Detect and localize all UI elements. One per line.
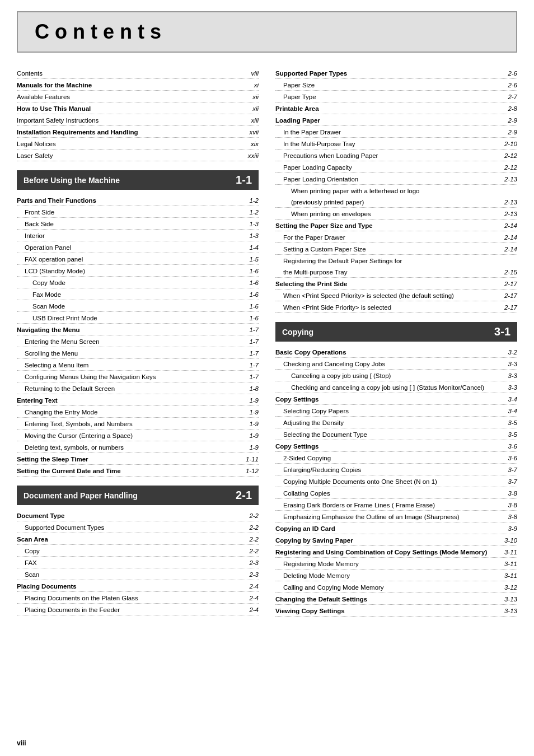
toc-title: Paper Size [275, 82, 508, 88]
toc-title: Printable Area [275, 105, 508, 112]
toc-entry: How to Use This Manualxii [17, 104, 259, 114]
toc-entry: Setting a Custom Paper Size2-14 [275, 244, 517, 255]
toc-title: Registering the Default Paper Settings f… [275, 258, 517, 264]
toc-title: Copying Multiple Documents onto One Shee… [275, 478, 508, 485]
toc-entry: Copy Settings3-4 [275, 394, 517, 405]
toc-title: Interior [17, 232, 249, 239]
toc-title: Selecting the Print Side [275, 281, 504, 287]
toc-title: LCD (Standby Mode) [17, 268, 249, 274]
toc-title: When <Print Side Priority> is selected [275, 304, 504, 311]
toc-title: Viewing Copy Settings [275, 608, 504, 614]
toc-page: 2-13 [504, 211, 517, 217]
toc-page: 1-6 [249, 303, 259, 310]
toc-page: 2-13 [504, 176, 517, 183]
toc-entry: Copying an ID Card3-9 [275, 524, 517, 534]
toc-page: xvii [249, 129, 259, 136]
section-title: Copying [282, 328, 313, 337]
toc-entry: Paper Size2-6 [275, 80, 517, 91]
toc-page: xii [252, 94, 259, 100]
toc-page: 3-13 [504, 608, 517, 614]
toc-page: 1-9 [249, 397, 259, 404]
toc-entry: Setting the Sleep Timer1-11 [17, 454, 259, 465]
toc-page: 2-14 [504, 222, 517, 229]
toc-title: Entering Text [17, 397, 249, 404]
toc-page: 2-12 [504, 164, 517, 171]
toc-entry: 2-Sided Copying3-6 [275, 453, 517, 464]
col-right: Supported Paper Types2-6Paper Size2-6Pap… [275, 68, 517, 618]
toc-title: Navigating the Menu [17, 326, 249, 333]
toc-title: Enlarging/Reducing Copies [275, 466, 508, 473]
toc-entry: FAX2-3 [17, 558, 259, 568]
toc-page: 2-3 [249, 571, 259, 578]
toc-page: 3-8 [508, 502, 517, 508]
toc-title: Precautions when Loading Paper [275, 152, 504, 159]
toc-entry: Parts and Their Functions1-2 [17, 195, 259, 206]
toc-entry: Configuring Menus Using the Navigation K… [17, 372, 259, 382]
toc-title: Scrolling the Menu [17, 350, 249, 357]
toc-entry: Printable Area2-8 [275, 104, 517, 114]
toc-title: Fax Mode [17, 291, 249, 298]
toc-page: 3-11 [504, 549, 517, 556]
toc-entry: Copy Mode1-6 [17, 278, 259, 288]
toc-entry: When <Print Speed Priority> is selected … [275, 291, 517, 301]
toc-title: Copy Settings [275, 396, 508, 403]
toc-title: Calling and Copying Mode Memory [275, 584, 504, 591]
toc-page: 3-11 [504, 561, 517, 567]
toc-entry: Basic Copy Operations3-2 [275, 347, 517, 358]
toc-entry: Setting the Paper Size and Type2-14 [275, 221, 517, 231]
toc-title: Back Side [17, 221, 249, 227]
toc-title: Placing Documents [17, 583, 249, 590]
toc-page: 3-5 [508, 419, 517, 426]
toc-page: 1-9 [249, 421, 259, 427]
toc-entry: Copying Multiple Documents onto One Shee… [275, 477, 517, 487]
toc-page: 3-13 [504, 596, 517, 603]
toc-entry: Deleting text, symbols, or numbers1-9 [17, 442, 259, 453]
toc-page: 3-9 [508, 525, 517, 532]
toc-entry: Changing the Default Settings3-13 [275, 594, 517, 605]
toc-page: 2-7 [508, 94, 517, 100]
toc-entry: Emphasizing Emphasize the Outline of an … [275, 512, 517, 522]
toc-title: Deleting Mode Memory [275, 572, 504, 579]
toc-entry: Placing Documents in the Feeder2-4 [17, 605, 259, 615]
toc-entry: Back Side1-3 [17, 219, 259, 230]
toc-page: xiii [251, 117, 259, 124]
toc-page: 2-2 [249, 536, 259, 543]
toc-title: Entering the Menu Screen [17, 338, 249, 345]
toc-entry: Legal Noticesxix [17, 139, 259, 150]
toc-entry: Supported Paper Types2-6 [275, 68, 517, 79]
toc-entry: Front Side1-2 [17, 207, 259, 218]
toc-entry: Copy Settings3-6 [275, 441, 517, 452]
toc-page: 3-6 [508, 443, 517, 450]
toc-entry: Changing the Entry Mode1-9 [17, 407, 259, 418]
toc-title: In the Paper Drawer [275, 129, 508, 136]
toc-page: 1-7 [249, 374, 259, 380]
toc-page: 1-6 [249, 279, 259, 286]
toc-entry: When printing on envelopes2-13 [275, 209, 517, 220]
toc-page: 2-15 [504, 269, 517, 276]
toc-title: Selecting a Menu Item [17, 362, 249, 368]
toc-page: 2-6 [508, 70, 517, 77]
toc-entry: Registering and Using Combination of Cop… [275, 547, 517, 558]
toc-entry: Scan Mode1-6 [17, 301, 259, 312]
toc-title: Selecting the Document Type [275, 431, 508, 438]
toc-title: Adjusting the Density [275, 419, 508, 426]
toc-page: 3-3 [508, 384, 517, 391]
section-num: 3-1 [494, 325, 510, 338]
toc-title: In the Multi-Purpose Tray [275, 141, 504, 147]
toc-title: FAX operation panel [17, 256, 249, 263]
toc-entry: Operation Panel1-4 [17, 242, 259, 253]
toc-title: When <Print Speed Priority> is selected … [275, 292, 504, 299]
toc-entry: Copy2-2 [17, 546, 259, 557]
toc-page: viii [251, 70, 259, 77]
toc-entry: Paper Loading Capacity2-12 [275, 162, 517, 173]
toc-page: 1-4 [249, 244, 259, 251]
toc-title: Important Safety Instructions [17, 117, 251, 124]
toc-title: Setting the Paper Size and Type [275, 222, 504, 229]
right-content: Supported Paper Types2-6Paper Size2-6Pap… [275, 68, 517, 617]
toc-title: Installation Requirements and Handling [17, 129, 249, 136]
toc-title: Basic Copy Operations [275, 349, 508, 356]
toc-page: 3-3 [508, 361, 517, 367]
toc-entry: In the Paper Drawer2-9 [275, 127, 517, 138]
toc-title: Loading Paper [275, 117, 508, 124]
toc-page: 2-12 [504, 152, 517, 159]
